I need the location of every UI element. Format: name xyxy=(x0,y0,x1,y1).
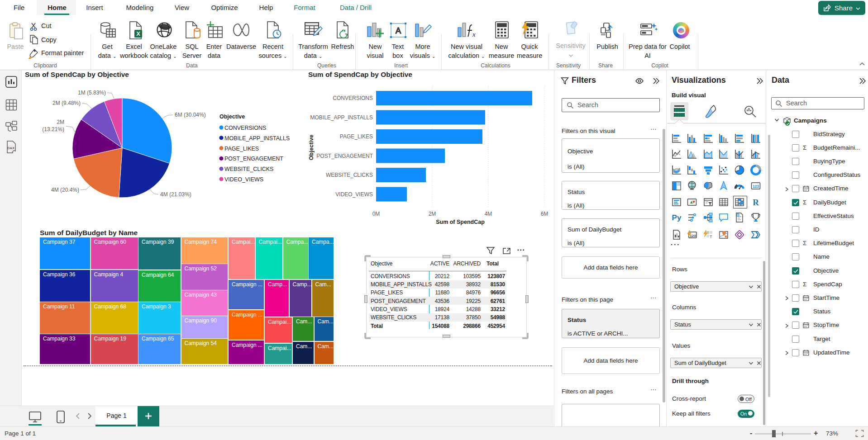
svg-text:6M (30.04%): 6M (30.04%) xyxy=(175,112,206,118)
svg-text:CONVERSIONS: CONVERSIONS xyxy=(224,125,266,131)
svg-text:VIDEO_VIEWS: VIDEO_VIEWS xyxy=(224,176,263,183)
svg-text:X: X xyxy=(136,30,140,37)
svg-text:POST_ENGAGEMENT: POST_ENGAGEMENT xyxy=(316,153,373,159)
svg-text:123: 123 xyxy=(753,184,759,189)
svg-text:Py: Py xyxy=(672,213,682,222)
svg-text:123: 123 xyxy=(690,234,696,238)
svg-text:x: x xyxy=(472,31,476,38)
svg-text:A: A xyxy=(396,26,401,35)
svg-text:DAX: DAX xyxy=(7,146,14,150)
svg-text:MOBILE_APP_INSTALLS: MOBILE_APP_INSTALLS xyxy=(224,135,290,142)
svg-text:R: R xyxy=(753,198,759,207)
svg-text:2M (9.48%): 2M (9.48%) xyxy=(52,100,81,106)
svg-text:PAGE_LIKES: PAGE_LIKES xyxy=(340,133,373,140)
svg-text:WEBSITE_CLICKS: WEBSITE_CLICKS xyxy=(326,172,373,178)
svg-text:4M: 4M xyxy=(485,211,492,217)
svg-text:6M: 6M xyxy=(541,211,548,217)
svg-text:PAGE_LIKES: PAGE_LIKES xyxy=(224,146,259,152)
svg-text:(13.21%): (13.21%) xyxy=(42,126,64,132)
svg-text:Objective: Objective xyxy=(219,114,245,120)
svg-text:0M: 0M xyxy=(372,211,380,217)
svg-text:4M (21.03%): 4M (21.03%) xyxy=(160,191,191,198)
svg-text:Sum of SpendCap: Sum of SpendCap xyxy=(436,219,485,225)
svg-text:POST_ENGAGEMENT: POST_ENGAGEMENT xyxy=(224,156,283,162)
svg-text:4M (20.4%): 4M (20.4%) xyxy=(51,187,79,193)
svg-text:VIDEO_VIEWS: VIDEO_VIEWS xyxy=(335,191,373,198)
svg-text:2M: 2M xyxy=(429,211,436,217)
svg-text:2M: 2M xyxy=(57,119,64,125)
svg-text:1M (5.83%): 1M (5.83%) xyxy=(78,90,106,96)
svg-text:WEBSITE_CLICKS: WEBSITE_CLICKS xyxy=(224,166,273,172)
svg-text:Objective: Objective xyxy=(308,135,315,160)
svg-text:MOBILE_APP_INSTALLS: MOBILE_APP_INSTALLS xyxy=(310,114,373,121)
svg-text:CONVERSIONS: CONVERSIONS xyxy=(333,95,373,101)
